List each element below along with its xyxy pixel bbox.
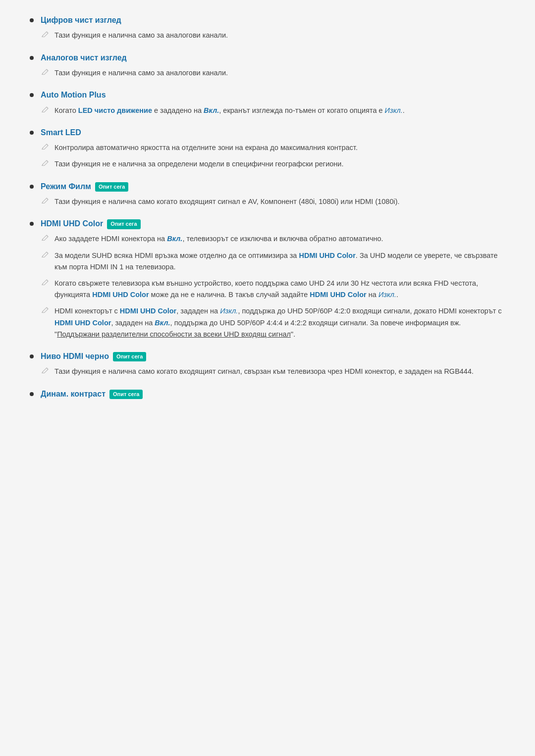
pencil-icon	[41, 105, 50, 114]
section-header: Ниво HDMI черноОпит сега	[30, 351, 505, 362]
note-item: Тази функция е налична само за аналогови…	[41, 30, 505, 41]
note-list: Когато LED чисто движение е зададено на …	[30, 105, 505, 116]
note-list: Тази функция е налична само за аналогови…	[30, 67, 505, 79]
note-item: Когато свържете телевизора към външно ус…	[41, 278, 505, 301]
note-item: За модели SUHD всяка HDMI връзка може от…	[41, 250, 505, 273]
pencil-icon	[41, 143, 50, 151]
note-text: Тази функция не е налична за определени …	[54, 158, 343, 170]
pencil-icon	[41, 30, 50, 39]
section-header: Режим ФилмОпит сега	[30, 181, 505, 192]
note-list: Ако зададете HDMI конектора на Вкл., тел…	[30, 233, 505, 340]
try-now-badge[interactable]: Опит сега	[113, 352, 146, 361]
section-film-mode: Режим ФилмОпит сега Тази функция е налич…	[30, 181, 505, 208]
note-item: Тази функция е налична само когато входя…	[41, 366, 505, 377]
section-header: HDMI UHD ColorОпит сега	[30, 218, 505, 229]
pencil-icon	[41, 197, 50, 205]
note-item: Тази функция е налична само за аналогови…	[41, 67, 505, 79]
section-digital-clean-view: Цифров чист изглед Тази функция е наличн…	[30, 15, 505, 42]
note-item: Контролира автоматично яркостта на отдел…	[41, 142, 505, 153]
note-text: Тази функция е налична само когато входя…	[54, 366, 474, 377]
note-text: Контролира автоматично яркостта на отдел…	[54, 142, 358, 153]
bullet-icon	[30, 56, 34, 60]
pencil-icon	[41, 68, 50, 77]
section-smart-led: Smart LED Контролира автоматично яркостт…	[30, 127, 505, 170]
note-item: Ако зададете HDMI конектора на Вкл., тел…	[41, 233, 505, 245]
pencil-icon	[41, 234, 50, 243]
section-hdmi-black-level: Ниво HDMI черноОпит сега Тази функция е …	[30, 351, 505, 378]
note-text: За модели SUHD всяка HDMI връзка може от…	[54, 250, 505, 273]
note-text: Тази функция е налична само за аналогови…	[54, 30, 228, 41]
try-now-badge[interactable]: Опит сега	[107, 219, 140, 229]
note-item: Тази функция не е налична за определени …	[41, 158, 505, 170]
section-title: Smart LED	[41, 127, 81, 138]
note-list: Контролира автоматично яркостта на отдел…	[30, 142, 505, 170]
try-now-badge[interactable]: Опит сега	[109, 390, 143, 399]
try-now-badge[interactable]: Опит сега	[95, 182, 128, 192]
section-auto-motion-plus: Auto Motion Plus Когато LED чисто движен…	[30, 90, 505, 116]
note-text: Ако зададете HDMI конектора на Вкл., тел…	[54, 233, 383, 245]
section-header: Auto Motion Plus	[30, 90, 505, 101]
pencil-icon	[41, 278, 50, 287]
note-text: Когато LED чисто движение е зададено на …	[54, 105, 405, 116]
section-title: Режим ФилмОпит сега	[41, 181, 128, 192]
note-text: Тази функция е налична само когато входя…	[54, 196, 400, 207]
note-list: Тази функция е налична само когато входя…	[30, 366, 505, 377]
bullet-icon	[30, 354, 34, 358]
bullet-icon	[30, 222, 34, 226]
section-header: Динам. контрастОпит сега	[30, 389, 505, 400]
pencil-icon	[41, 159, 50, 168]
pencil-icon	[41, 366, 50, 375]
note-list: Тази функция е налична само за аналогови…	[30, 30, 505, 41]
note-item: Тази функция е налична само когато входя…	[41, 196, 505, 207]
section-title: HDMI UHD ColorОпит сега	[41, 218, 141, 229]
section-dynamic-contrast: Динам. контрастОпит сега	[30, 389, 505, 400]
section-header: Цифров чист изглед	[30, 15, 505, 26]
note-list: Тази функция е налична само когато входя…	[30, 196, 505, 207]
section-title: Цифров чист изглед	[41, 15, 121, 26]
section-header: Smart LED	[30, 127, 505, 138]
bullet-icon	[30, 93, 34, 97]
section-header: Аналогов чист изглед	[30, 52, 505, 63]
pencil-icon	[41, 306, 50, 315]
note-text: HDMI конекторът с HDMI UHD Color, зададе…	[54, 305, 505, 340]
bullet-icon	[30, 185, 34, 189]
note-item: HDMI конекторът с HDMI UHD Color, зададе…	[41, 305, 505, 340]
section-hdmi-uhd-color: HDMI UHD ColorОпит сега Ако зададете HDM…	[30, 218, 505, 340]
section-title: Динам. контрастОпит сега	[41, 389, 143, 400]
section-title: Auto Motion Plus	[41, 90, 106, 101]
note-text: Тази функция е налична само за аналогови…	[54, 67, 228, 79]
bullet-icon	[30, 131, 34, 135]
section-title: Ниво HDMI черноОпит сега	[41, 351, 146, 362]
bullet-icon	[30, 392, 34, 396]
bullet-icon	[30, 18, 34, 22]
note-text: Когато свържете телевизора към външно ус…	[54, 278, 505, 301]
pencil-icon	[41, 251, 50, 259]
section-title: Аналогов чист изглед	[41, 52, 127, 63]
note-item: Когато LED чисто движение е зададено на …	[41, 105, 505, 116]
main-content-list: Цифров чист изглед Тази функция е наличн…	[30, 15, 505, 400]
section-analog-clean-view: Аналогов чист изглед Тази функция е нали…	[30, 52, 505, 79]
